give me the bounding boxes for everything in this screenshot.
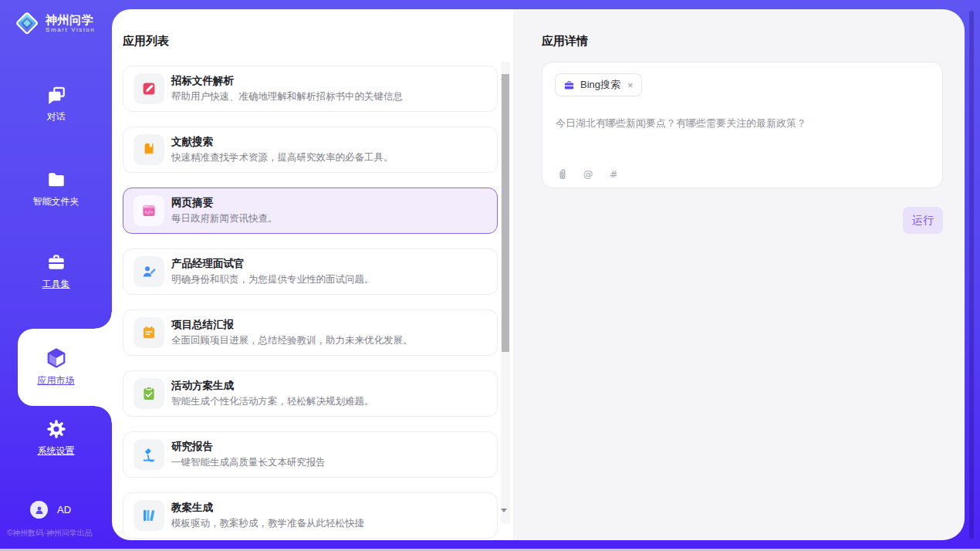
app-list-item[interactable]: 研究报告 一键智能生成高质量长文本研究报告 — [123, 431, 498, 478]
app-item-text: 活动方案生成 智能生成个性化活动方案，轻松解决规划难题。 — [171, 380, 374, 408]
mention-icon[interactable]: @ — [581, 167, 595, 181]
sidebar-item[interactable]: 智能文件夹 — [0, 170, 112, 208]
app-item-title: 文献搜索 — [171, 136, 394, 147]
avatar — [30, 501, 48, 519]
sidebar-item[interactable]: 工具集 — [0, 252, 112, 291]
sidebar-nav: 对话 智能文件夹 工具集 应用市场 — [0, 0, 112, 549]
scrollbar-thumb[interactable] — [502, 74, 509, 352]
app-item-title: 网页摘要 — [171, 197, 278, 208]
user-icon — [34, 505, 45, 516]
sidebar-item-label: 系统设置 — [38, 445, 75, 458]
edit-document-icon — [133, 73, 164, 104]
svg-text:@: @ — [583, 168, 593, 180]
report-note-icon — [133, 317, 164, 348]
sidebar-item[interactable]: 对话 — [0, 85, 112, 123]
app-item-text: 招标文件解析 帮助用户快速、准确地理解和解析招标书中的关键信息 — [171, 75, 403, 103]
list-scrollbar[interactable] — [501, 62, 510, 523]
close-icon[interactable]: × — [627, 80, 634, 90]
app-item-text: 网页摘要 每日政府新闻资讯快查。 — [171, 197, 278, 225]
triangle-down-icon — [501, 509, 507, 526]
hashtag-icon[interactable]: # — [607, 167, 620, 181]
sidebar-item[interactable]: 应用市场 — [0, 329, 112, 406]
svg-text:#: # — [610, 168, 618, 180]
app-list: 招标文件解析 帮助用户快速、准确地理解和解析招标书中的关键信息 文献搜索 快速精… — [123, 66, 498, 540]
app-item-description: 一键智能生成高质量长文本研究报告 — [171, 456, 326, 469]
user-account[interactable]: AD — [30, 501, 71, 519]
app-item-title: 产品经理面试官 — [171, 258, 374, 269]
clipboard-check-icon — [133, 378, 164, 409]
app-item-text: 研究报告 一键智能生成高质量长文本研究报告 — [171, 441, 326, 469]
sidebar-item-label: 对话 — [47, 110, 66, 123]
book-icon — [133, 134, 164, 165]
tool-tag-label: Bing搜索 — [580, 78, 620, 92]
app-item-description: 全面回顾项目进展，总结经验教训，助力未来优化发展。 — [171, 334, 413, 347]
prompt-card: Bing搜索 × 今日湖北有哪些新闻要点？有哪些需要关注的最新政策？ @ # — [542, 62, 943, 188]
app-window: 神州问学 Smart Vision 对话 智能文件夹 — [0, 0, 980, 551]
sidebar-item[interactable]: 系统设置 — [0, 419, 112, 458]
app-detail-title: 应用详情 — [542, 34, 588, 49]
chat-icon — [46, 85, 66, 105]
app-item-description: 快速精准查找学术资源，提高研究效率的必备工具。 — [171, 151, 394, 164]
run-button[interactable]: 运行 — [903, 207, 943, 234]
user-label: AD — [57, 504, 71, 516]
app-list-item[interactable]: 活动方案生成 智能生成个性化活动方案，轻松解决规划难题。 — [123, 370, 498, 417]
app-list-item[interactable]: 项目总结汇报 全面回顾项目进展，总结经验教训，助力未来优化发展。 — [123, 309, 498, 356]
app-item-title: 招标文件解析 — [171, 75, 403, 86]
app-item-text: 教案生成 模板驱动，教案秒成，教学准备从此轻松快捷 — [171, 502, 364, 530]
input-toolbar: @ # — [556, 167, 620, 181]
microscope-icon — [133, 439, 164, 470]
app-list-title: 应用列表 — [123, 34, 169, 49]
app-item-description: 每日政府新闻资讯快查。 — [171, 212, 278, 225]
interviewer-icon — [133, 256, 164, 287]
app-item-description: 模板驱动，教案秒成，教学准备从此轻松快捷 — [171, 517, 364, 530]
app-item-text: 产品经理面试官 明确身份和职责，为您提供专业性的面试问题。 — [171, 258, 374, 286]
copyright-footer: ©神州数码·神州问学出品 — [7, 528, 112, 539]
app-list-item[interactable]: 文献搜索 快速精准查找学术资源，提高研究效率的必备工具。 — [123, 127, 498, 173]
sidebar-item-label: 应用市场 — [38, 374, 75, 387]
sidebar: 神州问学 Smart Vision 对话 智能文件夹 — [0, 0, 112, 549]
toolbox-icon — [46, 252, 66, 272]
scroll-up-button[interactable] — [501, 63, 510, 73]
window-scroll-shade — [969, 11, 974, 539]
app-list-item[interactable]: 招标文件解析 帮助用户快速、准确地理解和解析招标书中的关键信息 — [123, 66, 498, 112]
sidebar-item-label: 工具集 — [42, 278, 70, 291]
app-item-title: 研究报告 — [171, 441, 326, 452]
scroll-down-button[interactable] — [501, 512, 510, 522]
app-item-description: 明确身份和职责，为您提供专业性的面试问题。 — [171, 273, 374, 286]
app-item-text: 项目总结汇报 全面回顾项目进展，总结经验教训，助力未来优化发展。 — [171, 319, 413, 347]
folder-icon — [46, 170, 66, 190]
books-icon — [133, 500, 164, 531]
query-text[interactable]: 今日湖北有哪些新闻要点？有哪些需要关注的最新政策？ — [556, 117, 930, 130]
app-item-title: 教案生成 — [171, 502, 364, 513]
app-item-text: 文献搜索 快速精准查找学术资源，提高研究效率的必备工具。 — [171, 136, 394, 164]
cube-icon — [46, 347, 67, 369]
gear-icon — [46, 419, 66, 439]
browser-code-icon: </> — [133, 195, 164, 226]
app-item-title: 项目总结汇报 — [171, 319, 413, 330]
app-item-title: 活动方案生成 — [171, 380, 374, 391]
app-list-item[interactable]: 产品经理面试官 明确身份和职责，为您提供专业性的面试问题。 — [123, 248, 498, 295]
app-item-description: 智能生成个性化活动方案，轻松解决规划难题。 — [171, 395, 374, 408]
app-detail-panel: 应用详情 Bing搜索 × 今日湖北有哪些新闻要点？有哪些需要关注的最新政策？ … — [513, 9, 965, 540]
tool-tag-bing-search[interactable]: Bing搜索 × — [555, 73, 642, 96]
sidebar-item-label: 智能文件夹 — [33, 195, 79, 208]
app-list-item[interactable]: 教案生成 模板驱动，教案秒成，教学准备从此轻松快捷 — [123, 492, 498, 539]
attachment-icon[interactable] — [556, 167, 569, 181]
app-list-item[interactable]: </> 网页摘要 每日政府新闻资讯快查。 — [123, 188, 498, 234]
app-item-description: 帮助用户快速、准确地理解和解析招标书中的关键信息 — [171, 90, 403, 103]
app-list-panel: 应用列表 招标文件解析 帮助用户快速、准确地理解和解析招标书中的关键信息 文献搜… — [112, 9, 513, 540]
svg-text:</>: </> — [144, 209, 153, 215]
briefcase-icon — [563, 79, 575, 91]
